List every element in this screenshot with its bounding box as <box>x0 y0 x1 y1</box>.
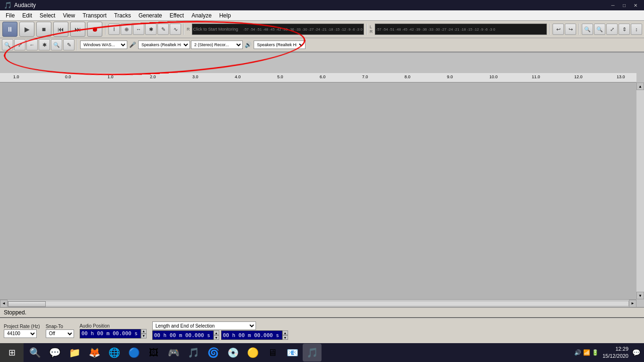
taskbar-mail[interactable]: 📧 <box>283 344 302 362</box>
scroll-left-button[interactable]: ◄ <box>0 300 8 307</box>
zoom-out-button[interactable]: 🔍 <box>594 24 605 35</box>
sel-start-spinner[interactable]: ▲ ▼ <box>214 330 219 340</box>
minimize-button[interactable]: ─ <box>608 2 618 8</box>
scroll-down-button[interactable]: ▼ <box>636 292 644 299</box>
menu-effect[interactable]: Effect <box>166 10 188 20</box>
taskbar-firefox[interactable]: 🦊 <box>85 344 104 362</box>
zoom-fit-v[interactable]: ⇕ <box>619 24 630 35</box>
zoom-fit-button[interactable]: ⤢ <box>606 24 618 35</box>
menu-generate[interactable]: Generate <box>135 10 166 20</box>
scroll-track[interactable] <box>8 301 629 306</box>
taskbar-game[interactable]: 🎮 <box>164 344 183 362</box>
ruler-tick-9: 9.0 <box>447 74 453 79</box>
audio-position-display: ▲ ▼ <box>80 329 147 338</box>
menu-file[interactable]: File <box>2 10 18 20</box>
taskbar-app11[interactable]: 💿 <box>223 344 242 362</box>
notification-icon[interactable]: 💬 <box>632 349 640 356</box>
env-tool[interactable]: ∿ <box>170 24 181 35</box>
sel-start-down[interactable]: ▼ <box>214 335 219 340</box>
separator-5 <box>578 24 579 35</box>
vertical-scrollbar[interactable]: ▲ ▼ <box>636 82 644 299</box>
menu-analyze[interactable]: Analyze <box>188 10 215 20</box>
taskbar-music[interactable]: 🎵 <box>184 344 203 362</box>
zoom-tool[interactable]: ⊕ <box>121 24 132 35</box>
time-ruler: 1.0 0.0 1.0 2.0 3.0 4.0 5.0 6.0 7.0 8.0 … <box>0 73 636 82</box>
sel-end-down[interactable]: ▼ <box>282 335 288 340</box>
audio-pos-up[interactable]: ▲ <box>141 329 147 334</box>
project-rate-select[interactable]: 44100 22050 48000 96000 <box>4 329 37 338</box>
ruler-tick-7: 7.0 <box>362 74 368 79</box>
close-button[interactable]: ✕ <box>631 2 640 8</box>
zoom-in-tb2[interactable]: 🔍 <box>2 39 13 50</box>
vu-db-scale: -57 -54 -51 -48 -45 -42 -39 -36 -33 -30 … <box>243 27 363 32</box>
taskbar-photos[interactable]: 🖼 <box>144 344 163 362</box>
sel-end-spinner[interactable]: ▲ ▼ <box>282 330 288 340</box>
separator-4 <box>549 24 550 35</box>
ruler-tick-8: 8.0 <box>405 74 411 79</box>
selection-start-input[interactable] <box>152 330 214 340</box>
fit-tb2[interactable]: ⤢ <box>14 39 25 50</box>
snap-to-select[interactable]: Off On <box>46 329 74 338</box>
window-controls: ─ □ ✕ <box>608 2 640 8</box>
sel-end-up[interactable]: ▲ <box>282 330 288 335</box>
audio-position-spinner[interactable]: ▲ ▼ <box>141 329 147 338</box>
taskbar-app12[interactable]: 🟡 <box>243 344 262 362</box>
play-button[interactable]: ▶ <box>19 22 34 37</box>
undo-button[interactable]: ↩ <box>553 24 564 35</box>
r-label: R <box>370 29 373 34</box>
transport-toolbar: ⏸ ▶ ■ ⏮ ⏭ ⏺ I ⊕ ↔ ✱ ✎ ∿ R Click to Start… <box>0 21 644 38</box>
left-tb2[interactable]: ← <box>26 39 38 50</box>
maximize-button[interactable]: □ <box>619 2 629 8</box>
menu-select[interactable]: Select <box>36 10 59 20</box>
record-button[interactable]: ⏺ <box>87 22 102 37</box>
taskbar-audacity[interactable]: 🎵 <box>303 344 322 362</box>
mic-icon: 🎤 <box>129 41 136 48</box>
taskbar-teams[interactable]: 🔵 <box>124 344 143 362</box>
time-shift-tool[interactable]: ↔ <box>133 24 144 35</box>
audio-position-input[interactable] <box>80 329 141 338</box>
zoom-in-button[interactable]: 🔍 <box>582 24 593 35</box>
horizontal-scrollbar[interactable]: ◄ ► <box>0 299 636 307</box>
zoom-out-tb2[interactable]: 🔍 <box>51 39 62 50</box>
pause-button[interactable]: ⏸ <box>2 22 17 37</box>
channels-select[interactable]: 2 (Stereo) Recor... <box>191 41 243 49</box>
audio-host-select[interactable]: Windows WAS... <box>80 41 127 49</box>
redo-button[interactable]: ↪ <box>565 24 576 35</box>
multi-tb2[interactable]: ✱ <box>39 39 50 50</box>
taskbar-explorer[interactable]: 📁 <box>65 344 84 362</box>
draw-tool[interactable]: ✎ <box>157 24 169 35</box>
taskbar-app10[interactable]: 🌀 <box>204 344 223 362</box>
playback-meter[interactable]: -57 -54 -51 -48 -45 -42 -39 -36 -33 -30 … <box>375 24 547 35</box>
taskbar-chat[interactable]: 💬 <box>45 344 64 362</box>
taskbar-search[interactable]: 🔍 <box>25 344 44 362</box>
taskbar-clock: 12:29 15/12/2020 <box>603 346 628 360</box>
draw-tb2[interactable]: ✎ <box>63 39 74 50</box>
skip-forward-button[interactable]: ⏭ <box>70 22 85 37</box>
skip-back-button[interactable]: ⏮ <box>53 22 68 37</box>
sep-dev-1 <box>77 39 78 50</box>
recording-meter[interactable]: Click to Start Monitoring -57 -54 -51 -4… <box>192 24 364 35</box>
scroll-up-button[interactable]: ▲ <box>636 82 644 90</box>
collapse-button[interactable]: ↕ <box>631 24 642 35</box>
selection-mode-select[interactable]: Length and End of Selection Start and En… <box>152 321 256 330</box>
l-label: L <box>370 25 373 29</box>
audio-pos-down[interactable]: ▼ <box>141 334 147 338</box>
scroll-thumb[interactable] <box>8 301 46 307</box>
input-device-select[interactable]: Speakers (Realtek High Defi... <box>254 41 305 49</box>
menu-transport[interactable]: Transport <box>79 10 110 20</box>
project-rate-group: Project Rate (Hz) 44100 22050 48000 9600… <box>4 324 40 338</box>
scroll-right-button[interactable]: ► <box>629 300 636 307</box>
menu-edit[interactable]: Edit <box>18 10 36 20</box>
ibeam-tool[interactable]: I <box>108 24 120 35</box>
taskbar-edge[interactable]: 🌐 <box>105 344 124 362</box>
output-device-select[interactable]: Speakers (Realtek High Defi... <box>138 41 190 49</box>
multi-tool[interactable]: ✱ <box>145 24 157 35</box>
menu-view[interactable]: View <box>59 10 79 20</box>
stop-button[interactable]: ■ <box>36 22 51 37</box>
sel-start-up[interactable]: ▲ <box>214 330 219 335</box>
selection-end-input[interactable] <box>221 330 282 340</box>
start-button[interactable]: ⊞ <box>0 343 24 362</box>
menu-help[interactable]: Help <box>215 10 235 20</box>
taskbar-app13[interactable]: 🖥 <box>263 344 282 362</box>
menu-tracks[interactable]: Tracks <box>110 10 135 20</box>
